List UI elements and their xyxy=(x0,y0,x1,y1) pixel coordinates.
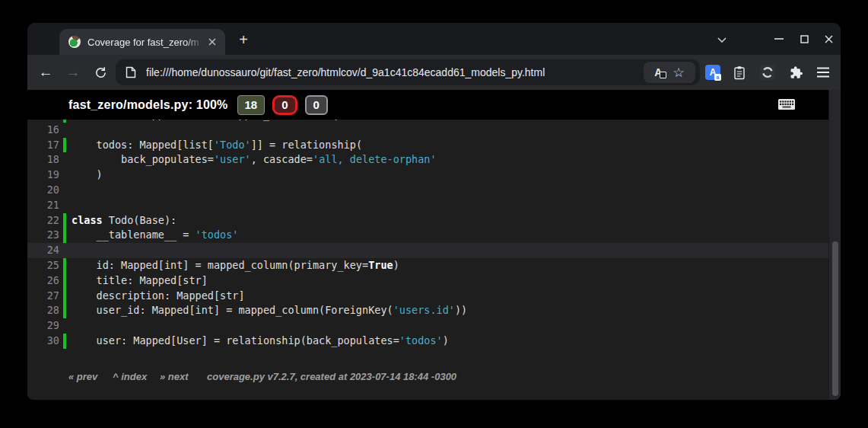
scrollbar-thumb[interactable] xyxy=(832,241,838,396)
run-count-badge[interactable]: 18 xyxy=(237,95,265,115)
back-icon[interactable]: ← xyxy=(35,62,56,83)
line-text: back_populates='user', cascade='all, del… xyxy=(72,152,437,168)
url-bar[interactable]: file:///home/dunossauro/git/fast_zero/ht… xyxy=(116,59,700,85)
coverage-footer: « prev ^ index » next coverage.py v7.2.7… xyxy=(27,371,828,386)
line-number[interactable]: 17 xyxy=(27,138,59,153)
circle-extension-icon[interactable] xyxy=(760,65,775,80)
maximize-button[interactable] xyxy=(794,30,814,47)
line-number[interactable]: 24 xyxy=(27,243,59,258)
coverage-header: fast_zero/models.py: 100% 18 0 0 xyxy=(27,90,828,120)
tab-search-chevron-icon[interactable] xyxy=(714,33,730,46)
coverage-file-title: fast_zero/models.py: 100% xyxy=(68,98,228,112)
code-line-20: 20 xyxy=(27,183,828,198)
run-marker xyxy=(63,303,66,318)
excluded-count-badge[interactable]: 0 xyxy=(305,95,328,115)
code-line-22: 22class Todo(Base): xyxy=(27,213,828,228)
line-number[interactable]: 23 xyxy=(27,228,59,243)
minimize-button[interactable] xyxy=(769,30,789,47)
line-text: id: Mapped[int] = mapped_column(primary_… xyxy=(72,258,399,273)
reload-icon[interactable] xyxy=(90,62,111,83)
scrollbar-track[interactable] xyxy=(828,90,841,400)
coverage-favicon-icon xyxy=(68,36,81,48)
line-text: user_id: Mapped[int] = mapped_column(For… xyxy=(72,303,467,318)
code-line-28: 28 user_id: Mapped[int] = mapped_column(… xyxy=(27,303,828,318)
index-link[interactable]: ^ index xyxy=(113,371,147,382)
forward-icon[interactable]: → xyxy=(62,62,84,83)
line-number[interactable]: 16 xyxy=(27,123,59,138)
menu-icon[interactable] xyxy=(816,65,831,80)
line-number[interactable]: 29 xyxy=(27,318,59,334)
url-actions-chip: A ☆ xyxy=(644,62,695,83)
translate-icon[interactable]: A xyxy=(654,66,662,78)
line-number[interactable]: 22 xyxy=(27,213,59,228)
run-marker xyxy=(63,198,66,213)
line-number[interactable]: 26 xyxy=(27,273,59,289)
run-marker xyxy=(63,123,66,138)
run-marker xyxy=(63,152,66,168)
code-line-18: 18 back_populates='user', cascade='all, … xyxy=(27,152,828,168)
code-line-27: 27 description: Mapped[str] xyxy=(27,289,828,304)
code-line-16: 16 xyxy=(27,123,828,138)
code-line-17: 17 todos: Mapped[list['Todo']] = relatio… xyxy=(27,138,828,153)
code-lines: 15 email: Mapped[str] = mapped_column(un… xyxy=(27,120,828,349)
run-marker xyxy=(63,168,66,183)
run-marker xyxy=(63,334,66,349)
line-number[interactable]: 25 xyxy=(27,258,59,273)
tab-title: Coverage for fast_zero/m xyxy=(87,37,203,48)
line-text: user: Mapped[User] = relationship(back_p… xyxy=(72,334,449,349)
code-line-23: 23 __tablename__ = 'todos' xyxy=(27,228,828,243)
line-text: email: Mapped[str] = mapped_column(uniqu… xyxy=(72,120,387,123)
clipboard-extension-icon[interactable] xyxy=(732,65,747,80)
run-marker xyxy=(63,273,66,289)
coverage-version-info: coverage.py v7.2.7, created at 2023-07-1… xyxy=(207,371,456,382)
tab-strip: Coverage for fast_zero/m + xyxy=(27,23,841,55)
line-number[interactable]: 28 xyxy=(27,303,59,318)
new-tab-button[interactable]: + xyxy=(234,31,253,50)
code-line-21: 21 xyxy=(27,198,828,213)
line-number[interactable]: 18 xyxy=(27,152,59,168)
prev-link[interactable]: « prev xyxy=(68,371,97,382)
close-button[interactable] xyxy=(819,30,838,47)
keyboard-shortcuts-icon[interactable] xyxy=(778,99,795,110)
line-number[interactable]: 21 xyxy=(27,198,59,213)
code-line-26: 26 title: Mapped[str] xyxy=(27,273,828,289)
line-text: title: Mapped[str] xyxy=(72,273,208,289)
line-text: __tablename__ = 'todos' xyxy=(72,228,238,243)
code-line-19: 19 ) xyxy=(27,168,828,183)
line-number[interactable]: 20 xyxy=(27,183,59,198)
run-marker xyxy=(63,289,66,304)
browser-window: Coverage for fast_zero/m + ← → xyxy=(27,23,841,400)
next-link[interactable]: » next xyxy=(160,371,189,382)
run-marker xyxy=(63,318,66,334)
line-number[interactable]: 19 xyxy=(27,168,59,183)
run-marker xyxy=(63,228,66,243)
code-line-24: 24 xyxy=(27,243,828,258)
page-file-icon xyxy=(126,66,138,78)
extensions-puzzle-icon[interactable] xyxy=(788,65,803,80)
code-line-30: 30 user: Mapped[User] = relationship(bac… xyxy=(27,334,828,349)
tab-close-icon[interactable] xyxy=(205,35,219,49)
line-text: class Todo(Base): xyxy=(72,213,176,228)
bookmark-star-icon[interactable]: ☆ xyxy=(673,65,685,81)
line-number[interactable]: 27 xyxy=(27,289,59,304)
run-marker xyxy=(63,213,66,228)
line-text: ) xyxy=(72,168,103,183)
run-marker xyxy=(63,258,66,273)
browser-toolbar: ← → file:///home/dunossauro/git/fast_zer… xyxy=(27,55,841,90)
run-marker xyxy=(63,243,66,258)
tab-coverage[interactable]: Coverage for fast_zero/m xyxy=(59,29,225,55)
code-line-25: 25 id: Mapped[int] = mapped_column(prima… xyxy=(27,258,828,273)
missing-count-badge[interactable]: 0 xyxy=(272,95,297,115)
code-line-29: 29 xyxy=(27,318,828,334)
line-text: description: Mapped[str] xyxy=(72,289,245,304)
line-text: todos: Mapped[list['Todo']] = relationsh… xyxy=(72,138,362,153)
url-text[interactable]: file:///home/dunossauro/git/fast_zero/ht… xyxy=(146,66,545,78)
run-marker xyxy=(63,183,66,198)
translate-extension-icon[interactable]: A xyxy=(705,65,720,80)
line-number[interactable]: 30 xyxy=(27,334,59,349)
source-listing: 15 email: Mapped[str] = mapped_column(un… xyxy=(27,120,828,400)
run-marker xyxy=(63,138,66,153)
